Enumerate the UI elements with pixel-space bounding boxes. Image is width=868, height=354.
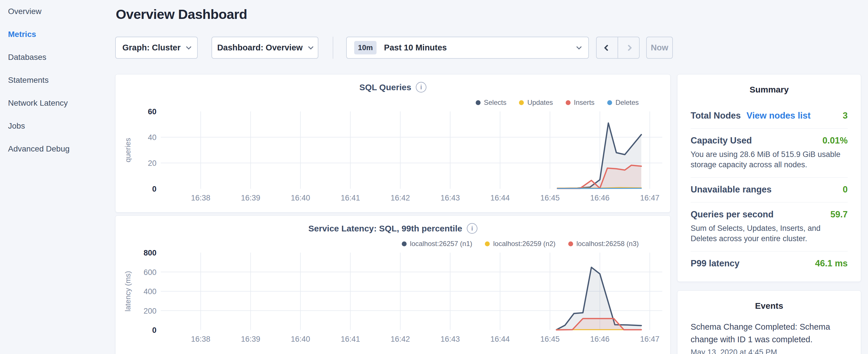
svg-text:16:46: 16:46: [590, 194, 610, 202]
legend-item[interactable]: Selects: [476, 99, 507, 106]
summary-row-total-nodes: Total Nodes View nodes list 3: [691, 110, 848, 122]
svg-text:16:47: 16:47: [640, 335, 660, 344]
now-button[interactable]: Now: [646, 37, 673, 59]
divider: [691, 177, 848, 178]
graph-selector-label: Graph: Cluster: [122, 43, 181, 53]
svg-text:16:38: 16:38: [191, 335, 211, 344]
svg-text:16:39: 16:39: [241, 194, 260, 202]
event-timestamp: May 13, 2020 at 4:45 PM: [691, 348, 848, 354]
legend-dot-icon: [607, 100, 612, 105]
events-panel: Events Schema Change Completed: Schema c…: [677, 290, 861, 354]
svg-text:16:41: 16:41: [341, 335, 360, 344]
summary-title: Summary: [691, 85, 848, 95]
chevron-down-icon: [576, 44, 582, 49]
sql-queries-chart-card: SQL Queries i SelectsUpdatesInsertsDelet…: [115, 74, 671, 213]
time-step-back-button[interactable]: [597, 37, 618, 58]
legend-label: localhost:26259 (n2): [493, 240, 555, 248]
sidebar-item-advanced-debug[interactable]: Advanced Debug: [0, 137, 115, 160]
svg-text:16:45: 16:45: [540, 335, 560, 344]
service-latency-chart-card: Service Latency: SQL, 99th percentile i …: [115, 215, 671, 354]
sidebar-item-jobs[interactable]: Jobs: [0, 115, 115, 137]
svg-text:16:41: 16:41: [341, 194, 360, 202]
queries-per-second-description: Sum of Selects, Updates, Inserts, and De…: [691, 223, 848, 244]
legend-label: Updates: [527, 99, 553, 106]
legend-dot-icon: [568, 242, 573, 246]
legend-item[interactable]: Deletes: [607, 99, 639, 106]
legend-item[interactable]: Inserts: [566, 99, 595, 106]
legend-label: Inserts: [574, 99, 595, 106]
p99-latency-label: P99 latency: [691, 258, 740, 269]
summary-row-unavailable-ranges: Unavailable ranges 0: [691, 185, 848, 195]
svg-text:16:42: 16:42: [391, 194, 410, 202]
svg-text:16:44: 16:44: [490, 194, 510, 202]
unavailable-ranges-label: Unavailable ranges: [691, 185, 772, 195]
svg-text:0: 0: [152, 185, 156, 193]
legend-label: Deletes: [616, 99, 639, 106]
svg-text:20: 20: [148, 159, 156, 167]
legend-dot-icon: [476, 100, 480, 105]
sidebar-item-metrics[interactable]: Metrics: [0, 23, 115, 46]
svg-text:40: 40: [148, 133, 156, 142]
summary-row-p99-latency: P99 latency 46.1 ms: [691, 258, 848, 269]
legend-item[interactable]: Updates: [519, 99, 553, 106]
time-step-forward-button[interactable]: [618, 37, 639, 58]
svg-text:16:45: 16:45: [540, 194, 560, 202]
svg-text:16:40: 16:40: [291, 194, 310, 202]
sidebar-item-overview[interactable]: Overview: [0, 0, 115, 23]
event-list-item[interactable]: Schema Change Completed: Schema change w…: [691, 321, 848, 354]
legend-item[interactable]: localhost:26257 (n1): [402, 240, 472, 248]
svg-text:16:43: 16:43: [440, 194, 460, 202]
divider: [691, 251, 848, 252]
capacity-used-label: Capacity Used: [691, 135, 752, 146]
sidebar-item-statements[interactable]: Statements: [0, 69, 115, 92]
view-nodes-list-link[interactable]: View nodes list: [746, 110, 810, 121]
legend-dot-icon: [485, 242, 490, 246]
svg-text:800: 800: [144, 250, 156, 257]
chevron-right-icon: [625, 44, 632, 51]
legend-dot-icon: [519, 100, 524, 105]
svg-text:60: 60: [148, 109, 156, 116]
queries-per-second-label: Queries per second: [691, 210, 773, 220]
chart-plot[interactable]: 16:3816:3916:4016:4116:4216:4316:4416:45…: [116, 109, 671, 209]
legend-item[interactable]: localhost:26259 (n2): [485, 240, 555, 248]
sidebar-item-databases[interactable]: Databases: [0, 46, 115, 69]
summary-row-queries-per-second: Queries per second 59.7: [691, 210, 848, 220]
chart-plot[interactable]: 16:3816:3916:4016:4116:4216:4316:4416:45…: [116, 250, 671, 350]
chart-title: Service Latency: SQL, 99th percentile: [308, 224, 462, 233]
info-icon[interactable]: i: [467, 223, 477, 234]
event-text: Schema Change Completed: Schema change w…: [691, 321, 848, 346]
sidebar-item-network-latency[interactable]: Network Latency: [0, 92, 115, 115]
dashboard-controls: Graph: Cluster Dashboard: Overview 10m P…: [115, 37, 673, 59]
p99-latency-value: 46.1 ms: [815, 258, 848, 269]
chevron-down-icon: [308, 44, 313, 49]
capacity-used-value: 0.01%: [823, 135, 848, 146]
time-step-buttons: [596, 37, 640, 59]
summary-row-capacity-used: Capacity Used 0.01%: [691, 135, 848, 147]
svg-text:16:39: 16:39: [241, 335, 260, 344]
total-nodes-label: Total Nodes: [691, 110, 741, 121]
svg-text:16:47: 16:47: [640, 194, 660, 202]
total-nodes-value: 3: [843, 110, 848, 121]
info-icon[interactable]: i: [416, 82, 426, 93]
events-title: Events: [691, 301, 848, 311]
svg-text:16:40: 16:40: [291, 335, 310, 344]
legend-label: Selects: [484, 99, 507, 106]
dashboard-selector-label: Dashboard: Overview: [217, 43, 303, 53]
time-window-badge: 10m: [354, 41, 376, 55]
chart-legend: SelectsUpdatesInsertsDeletes: [476, 99, 639, 106]
legend-item[interactable]: localhost:26258 (n3): [568, 240, 639, 248]
summary-panel: Summary Total Nodes View nodes list 3 Ca…: [677, 74, 861, 282]
legend-dot-icon: [402, 242, 407, 246]
legend-dot-icon: [566, 100, 570, 105]
svg-text:400: 400: [144, 287, 156, 296]
legend-label: localhost:26257 (n1): [410, 240, 472, 248]
divider: [691, 128, 848, 129]
dashboard-selector-dropdown[interactable]: Dashboard: Overview: [212, 37, 318, 59]
capacity-used-description: You are using 28.6 MiB of 515.9 GiB usab…: [691, 149, 848, 170]
time-range-dropdown[interactable]: 10m Past 10 Minutes: [346, 37, 589, 59]
divider: [333, 37, 333, 59]
svg-text:0: 0: [152, 326, 156, 334]
chart-title: SQL Queries: [359, 83, 411, 92]
graph-selector-dropdown[interactable]: Graph: Cluster: [115, 37, 198, 59]
svg-text:latency (ms): latency (ms): [124, 271, 132, 312]
